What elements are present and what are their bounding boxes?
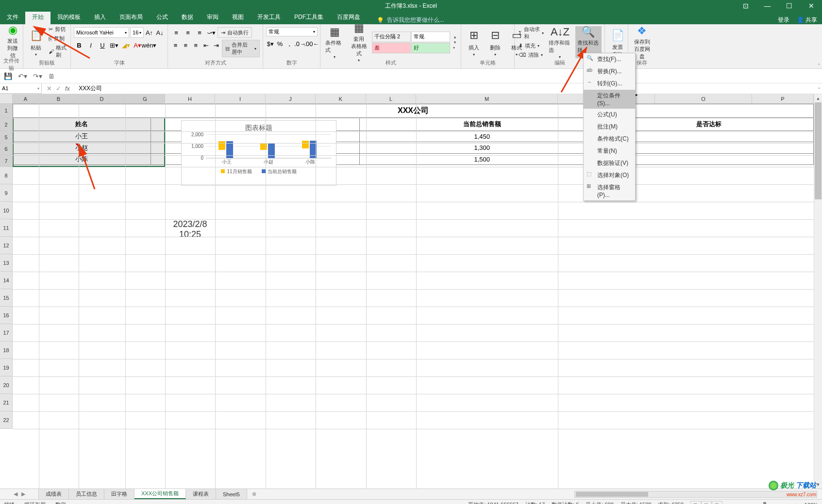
align-top-button[interactable]: ≡ (171, 27, 182, 38)
close-button[interactable]: ✕ (800, 0, 822, 12)
row-header-21[interactable]: 21 (0, 394, 13, 411)
view-normal-button[interactable]: ▦ (690, 501, 701, 504)
save-button[interactable]: 💾 (4, 72, 12, 80)
sheet-tab[interactable]: 成绩表 (39, 489, 69, 499)
dropdown-item[interactable]: 公式(U) (584, 109, 635, 121)
tab-nav-buttons[interactable]: ◀▶ (0, 489, 39, 499)
mergecenter-button[interactable]: ⊟合并后居中▾ (222, 40, 260, 57)
align-bot-button[interactable]: ≡ (194, 27, 205, 38)
row-header-7[interactable]: 7 (0, 155, 13, 167)
align-mid-button[interactable]: ≡ (183, 27, 193, 38)
sortfilter-button[interactable]: A↓Z排序和筛选▾ (547, 26, 573, 58)
zoom-in-button[interactable]: + (794, 502, 797, 504)
row-header-10[interactable]: 10 (0, 202, 13, 219)
ribbon-options-button[interactable]: ⊡ (735, 0, 756, 12)
tab-formulas[interactable]: 公式 (150, 10, 175, 24)
dec-decimal-button[interactable]: .00← (306, 38, 317, 49)
row-header-11[interactable]: 11 (0, 219, 13, 237)
fill-button[interactable]: ⬇填充▾ (518, 42, 545, 50)
dropdown-item[interactable]: ⊞选择窗格(P)... (584, 181, 635, 200)
dropdown-item[interactable]: ab替换(R)... (584, 65, 635, 78)
tab-layout[interactable]: 页面布局 (113, 10, 150, 24)
sheet-tab[interactable]: 员工信息 (69, 489, 104, 499)
fontname-combo[interactable]: Microsoft YaHei▾ (74, 27, 129, 38)
scroll-thumb[interactable] (815, 102, 822, 199)
redo-button[interactable]: ↷▾ (33, 72, 42, 80)
sheet-tab[interactable]: 田字格 (104, 489, 134, 499)
collapse-ribbon-button[interactable]: ˄ (818, 63, 820, 68)
table-cell[interactable]: 1,450 (360, 131, 604, 142)
formula-input[interactable]: XXX公司 (75, 84, 822, 93)
underline-button[interactable]: U (97, 40, 108, 50)
decrease-font-button[interactable]: A↓ (155, 27, 165, 38)
col-header-K[interactable]: K (316, 94, 366, 104)
tab-dev[interactable]: 开发工具 (251, 10, 287, 24)
col-header-J[interactable]: J (266, 94, 316, 104)
row-header-12[interactable]: 12 (0, 237, 13, 254)
maximize-button[interactable]: ☐ (778, 0, 800, 12)
row-header-22[interactable]: 22 (0, 411, 13, 429)
row-header-2[interactable]: 2 (0, 118, 13, 131)
horizontal-scrollbar[interactable] (574, 491, 817, 498)
table-header-cell[interactable]: 当前总销售额 (360, 118, 604, 131)
col-header-I[interactable]: I (215, 94, 266, 104)
row-header-16[interactable]: 16 (0, 307, 13, 324)
tab-file[interactable]: 文件 (0, 10, 25, 24)
row-header-13[interactable]: 13 (0, 254, 13, 272)
sheet-tab[interactable]: Sheet5 (216, 489, 247, 499)
login-link[interactable]: 登录 (778, 16, 789, 24)
align-left-button[interactable]: ≡ (171, 40, 180, 50)
style-normal[interactable]: 常规 (411, 32, 450, 42)
table-cell[interactable] (604, 131, 814, 142)
style-thousands[interactable]: 千位分隔 2 (372, 32, 411, 42)
style-down-button[interactable]: ▼ (453, 40, 457, 45)
formatpainter-button[interactable]: 🖌格式刷 (48, 44, 67, 59)
indent-dec-button[interactable]: ⇤ (201, 40, 211, 50)
percent-button[interactable]: % (276, 38, 285, 49)
dropdown-item[interactable]: 定位条件(S)... (584, 90, 635, 109)
dropdown-item[interactable]: 常量(N) (584, 145, 635, 157)
dropdown-item[interactable]: →转到(G)... (584, 78, 635, 90)
row-header-9[interactable]: 9 (0, 184, 13, 202)
bold-button[interactable]: B (74, 40, 84, 50)
table-title-cell[interactable]: XXX公司 (13, 104, 814, 118)
condformat-button[interactable]: ▦条件格式▾ (323, 26, 346, 58)
style-bad[interactable]: 差 (372, 43, 411, 53)
col-header-L[interactable]: L (366, 94, 416, 104)
minimize-button[interactable]: — (756, 0, 778, 12)
style-up-button[interactable]: ▲ (453, 35, 457, 39)
italic-button[interactable]: I (85, 40, 96, 50)
fillcolor-button[interactable]: ◢▾ (120, 40, 131, 50)
paste-button[interactable]: 📋 粘贴▾ (26, 26, 46, 58)
qat-more-button[interactable]: 🗎 (48, 72, 55, 80)
border-button[interactable]: ⊞▾ (109, 40, 119, 50)
selectall-corner[interactable] (0, 94, 13, 104)
namebox[interactable]: A1▾ (0, 83, 42, 94)
dropdown-item[interactable]: 条件格式(C) (584, 133, 635, 145)
table-cell[interactable]: 1,300 (360, 142, 604, 154)
dropdown-item[interactable]: 批注(M) (584, 121, 635, 133)
add-sheet-button[interactable]: ⊕ (247, 489, 261, 499)
copy-button[interactable]: ⎘复制 (48, 34, 67, 43)
wraptext-button[interactable]: ⇥自动换行 (218, 27, 252, 38)
style-more-button[interactable]: ▾ (453, 46, 457, 50)
cut-button[interactable]: ✂剪切 (48, 25, 67, 33)
tab-data[interactable]: 数据 (175, 10, 200, 24)
col-header-G[interactable]: G (125, 94, 165, 104)
indent-inc-button[interactable]: ⇥ (212, 40, 221, 50)
row-header-19[interactable]: 19 (0, 359, 13, 376)
col-header-H[interactable]: H (165, 94, 215, 104)
tab-templates[interactable]: 我的模板 (50, 10, 87, 24)
style-good[interactable]: 好 (411, 43, 450, 53)
cancel-fx-button[interactable]: ✕ (47, 85, 52, 92)
table-header-cell[interactable]: 姓名 (13, 118, 151, 131)
view-pagelayout-button[interactable]: ▤ (701, 501, 712, 504)
dropdown-item[interactable]: 数据验证(V) (584, 157, 635, 169)
col-header-B[interactable]: B (39, 94, 79, 104)
increase-font-button[interactable]: A↑ (145, 27, 154, 38)
zoom-out-button[interactable]: − (729, 502, 732, 504)
sheet-tab[interactable]: 课程表 (186, 489, 216, 499)
col-header-P[interactable]: P (752, 94, 814, 104)
undo-button[interactable]: ↶▾ (18, 72, 27, 80)
expand-formula-button[interactable]: ⌄ (817, 84, 821, 90)
